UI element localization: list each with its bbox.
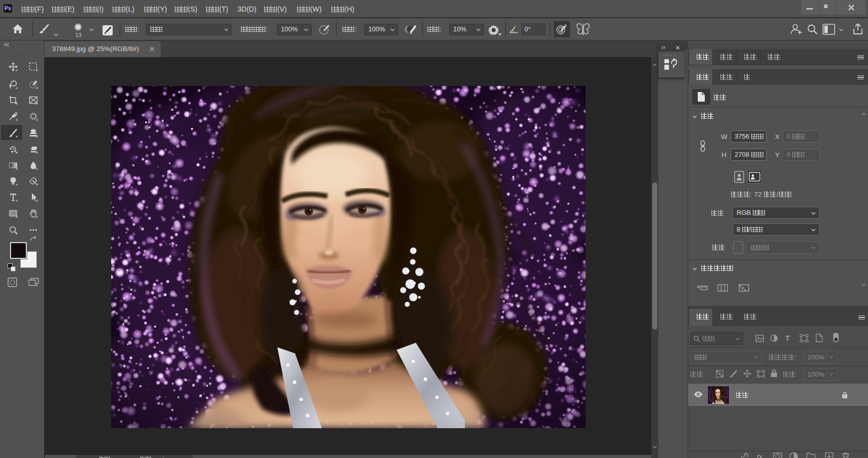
svg-text:fx: fx <box>757 453 763 458</box>
